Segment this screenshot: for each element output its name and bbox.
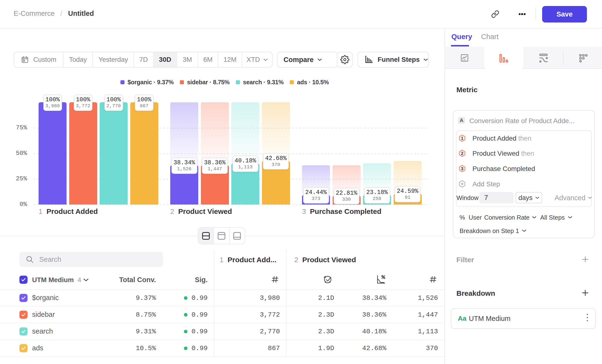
svg-text:2: 2 [461, 151, 463, 156]
svg-text:3: 3 [461, 166, 463, 171]
svg-text:1: 1 [461, 136, 463, 141]
